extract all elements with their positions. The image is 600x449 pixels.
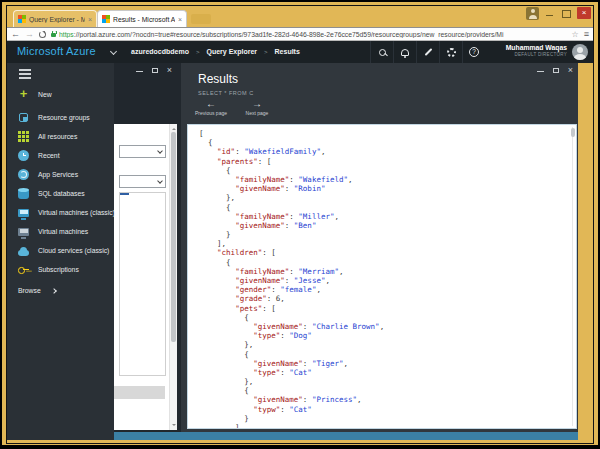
avatar[interactable] — [572, 44, 588, 60]
panel-button[interactable] — [114, 386, 165, 399]
arrow-right-icon: → — [241, 98, 273, 109]
json-line: "gender": "female", — [199, 285, 566, 294]
breadcrumb-item[interactable]: Results — [275, 48, 300, 55]
next-page-button[interactable]: → Next page — [241, 98, 273, 117]
window-close-button[interactable]: × — [577, 7, 591, 19]
sidebar-item-label: New — [38, 91, 52, 98]
browser-tab-results[interactable]: Results - Microsoft Azure × — [97, 10, 187, 27]
address-field[interactable]: https://portal.azure.com/?nocdn=true#res… — [51, 31, 567, 38]
refresh-icon[interactable] — [39, 31, 46, 38]
query-dropdown[interactable] — [119, 175, 166, 188]
scrollbar-thumb[interactable] — [171, 132, 176, 342]
json-line: { — [199, 350, 566, 359]
json-line: "givenName": "Jesse", — [199, 276, 566, 285]
sidebar-item-label: Virtual machines — [38, 228, 88, 235]
json-line: "givenName": "Charlie Brown", — [199, 322, 566, 331]
bookmark-star-icon[interactable]: ☆ — [572, 30, 579, 39]
sidebar-item-browse[interactable]: Browse — [7, 281, 114, 300]
azure-brand[interactable]: Microsoft Azure — [17, 45, 96, 57]
results-blade: × Results SELECT * FROM c ← Previous pag… — [181, 63, 578, 440]
sidebar-item-cloud-services-classic-[interactable]: Cloud services (classic) — [7, 241, 114, 260]
blade-close-icon[interactable]: × — [167, 66, 172, 75]
search-icon-button[interactable] — [370, 41, 393, 63]
chrome-menu-icon[interactable]: ≡ — [584, 29, 589, 39]
query-explorer-panel — [114, 124, 177, 430]
tab-close-icon[interactable]: × — [178, 16, 182, 23]
url-text: https://portal.azure.com/?nocdn=true#res… — [59, 31, 504, 38]
back-button[interactable]: ← — [11, 29, 20, 39]
help-icon — [469, 47, 479, 57]
notifications-icon-button[interactable] — [393, 41, 416, 63]
sidebar-item-label: Browse — [18, 287, 41, 294]
tab-close-icon[interactable]: × — [88, 16, 92, 23]
new-tab-button[interactable] — [191, 14, 211, 24]
blade-close-icon[interactable]: × — [568, 66, 573, 75]
sidebar-item-all-resources[interactable]: All resources — [7, 127, 114, 146]
blade-minimize-icon[interactable] — [136, 71, 143, 72]
edit-icon-button[interactable] — [416, 41, 439, 63]
blade-maximize-icon[interactable] — [553, 68, 559, 73]
sidebar-item-sql-databases[interactable]: SQL databases — [7, 184, 114, 203]
scroll-down-icon[interactable] — [172, 424, 176, 428]
window-minimize-button[interactable] — [545, 7, 555, 19]
hamburger-icon[interactable] — [19, 69, 31, 71]
json-line: "familyName": "Merriam", — [199, 267, 566, 276]
window-maximize-button[interactable] — [561, 7, 571, 19]
scrollbar[interactable] — [572, 127, 573, 426]
query-dropdown[interactable] — [119, 145, 166, 158]
json-line: { — [199, 203, 566, 212]
resource-groups-icon — [18, 112, 29, 123]
user-directory: DEFAULT DIRECTORY — [506, 52, 567, 57]
json-line: "children": [ — [199, 248, 566, 257]
json-line: }, — [199, 340, 566, 349]
settings-icon — [447, 48, 456, 57]
json-line: } — [199, 230, 566, 239]
breadcrumb-item[interactable]: azuredocdbdemo — [131, 48, 189, 55]
azure-portal-page: NewResource groupsAll resourcesRecentApp… — [7, 63, 578, 440]
json-line: "grade": 6, — [199, 294, 566, 303]
arrow-left-icon: ← — [195, 98, 227, 109]
bottom-gap — [7, 440, 593, 443]
vm-classic-icon — [18, 209, 29, 217]
vm-icon — [18, 228, 29, 236]
sidebar-item-recent[interactable]: Recent — [7, 146, 114, 165]
window-controls: × — [526, 7, 591, 20]
previous-page-button[interactable]: ← Previous page — [195, 98, 227, 117]
status-bar — [114, 432, 578, 440]
sidebar-item-subscriptions[interactable]: Subscriptions — [7, 260, 114, 279]
sidebar: NewResource groupsAll resourcesRecentApp… — [7, 63, 114, 440]
url-rest: ://portal.azure.com/?nocdn=true#resource… — [74, 31, 504, 38]
chrome-profile-button[interactable] — [526, 7, 539, 20]
results-json-panel: [ { "id": "WakefieldFamily", "parents": … — [187, 124, 577, 429]
account-block[interactable]: Muhammad Waqas DEFAULT DIRECTORY — [506, 44, 567, 57]
results-pager: ← Previous page → Next page — [195, 98, 273, 117]
query-explorer-blade: × — [114, 63, 177, 440]
json-line: "givenName": "Princess", — [199, 395, 566, 404]
blade-maximize-icon[interactable] — [152, 68, 158, 73]
sidebar-item-app-services[interactable]: App Services — [7, 165, 114, 184]
query-listbox[interactable] — [119, 192, 166, 376]
blade-controls: × — [136, 66, 172, 75]
url-scheme: https — [59, 31, 74, 38]
sidebar-item-resource-groups[interactable]: Resource groups — [7, 108, 114, 127]
scrollbar[interactable] — [169, 124, 177, 430]
sidebar-item-new[interactable]: New — [7, 85, 114, 104]
json-line: "typw": "Cat" — [199, 405, 566, 414]
app-services-icon — [18, 169, 29, 180]
screenshot-root: Query Explorer - Microsof × Results - Mi… — [0, 0, 600, 449]
ms-logo-favicon — [18, 15, 26, 23]
blade-minimize-icon[interactable] — [537, 71, 544, 72]
browser-tab-query-explorer[interactable]: Query Explorer - Microsof × — [13, 10, 97, 27]
settings-icon-button[interactable] — [439, 41, 462, 63]
sidebar-item-virtual-machines-classic-[interactable]: Virtual machines (classic) — [7, 203, 114, 222]
edit-icon — [424, 48, 432, 56]
breadcrumb-item[interactable]: Query Explorer — [206, 48, 257, 55]
forward-button[interactable]: → — [25, 29, 34, 39]
help-icon-button[interactable] — [462, 41, 485, 63]
search-icon — [379, 49, 386, 56]
sidebar-item-virtual-machines[interactable]: Virtual machines — [7, 222, 114, 241]
scroll-up-icon[interactable] — [172, 126, 176, 130]
chevron-down-icon[interactable] — [110, 48, 117, 55]
scrollbar-thumb[interactable] — [571, 128, 575, 137]
sql-databases-icon — [18, 189, 29, 199]
